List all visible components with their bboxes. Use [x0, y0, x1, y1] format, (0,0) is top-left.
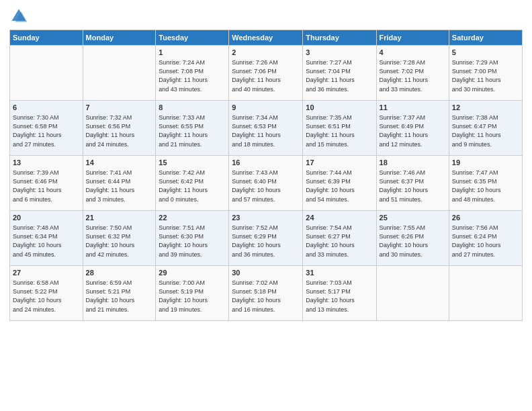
calendar-cell: 20Sunrise: 7:48 AM Sunset: 6:34 PM Dayli…	[10, 211, 83, 266]
day-number: 26	[452, 213, 519, 223]
calendar-cell: 8Sunrise: 7:33 AM Sunset: 6:55 PM Daylig…	[156, 101, 229, 156]
col-header-sunday: Sunday	[10, 30, 83, 46]
day-number: 14	[86, 158, 153, 168]
calendar-cell: 21Sunrise: 7:50 AM Sunset: 6:32 PM Dayli…	[83, 211, 156, 266]
day-number: 11	[380, 103, 446, 113]
day-info: Sunrise: 7:47 AM Sunset: 6:35 PM Dayligh…	[452, 169, 519, 203]
day-info: Sunrise: 7:02 AM Sunset: 5:18 PM Dayligh…	[232, 279, 300, 314]
day-info: Sunrise: 7:33 AM Sunset: 6:55 PM Dayligh…	[159, 113, 226, 148]
week-row-5: 27Sunrise: 6:58 AM Sunset: 5:22 PM Dayli…	[10, 266, 523, 321]
calendar-cell: 2Sunrise: 7:26 AM Sunset: 7:06 PM Daylig…	[229, 46, 303, 101]
calendar-cell: 6Sunrise: 7:30 AM Sunset: 6:58 PM Daylig…	[10, 101, 83, 156]
col-header-tuesday: Tuesday	[156, 30, 229, 46]
week-row-4: 20Sunrise: 7:48 AM Sunset: 6:34 PM Dayli…	[10, 211, 523, 266]
day-number: 5	[452, 48, 519, 58]
day-number: 3	[306, 48, 373, 58]
calendar-cell: 10Sunrise: 7:35 AM Sunset: 6:51 PM Dayli…	[303, 101, 376, 156]
day-number: 21	[86, 213, 153, 223]
day-info: Sunrise: 6:58 AM Sunset: 5:22 PM Dayligh…	[13, 279, 80, 314]
calendar-cell: 16Sunrise: 7:43 AM Sunset: 6:40 PM Dayli…	[229, 156, 303, 211]
day-number: 16	[232, 158, 300, 168]
day-number: 8	[159, 103, 226, 113]
day-info: Sunrise: 7:54 AM Sunset: 6:27 PM Dayligh…	[306, 224, 373, 259]
day-number: 24	[306, 213, 373, 223]
day-info: Sunrise: 7:39 AM Sunset: 6:46 PM Dayligh…	[13, 169, 80, 203]
day-number: 4	[380, 48, 446, 58]
day-info: Sunrise: 7:44 AM Sunset: 6:39 PM Dayligh…	[306, 169, 373, 203]
day-info: Sunrise: 7:50 AM Sunset: 6:32 PM Dayligh…	[86, 224, 153, 259]
day-info: Sunrise: 7:32 AM Sunset: 6:56 PM Dayligh…	[86, 113, 153, 148]
day-info: Sunrise: 7:52 AM Sunset: 6:29 PM Dayligh…	[232, 224, 300, 259]
calendar-cell: 3Sunrise: 7:27 AM Sunset: 7:04 PM Daylig…	[303, 46, 376, 101]
day-number: 18	[380, 158, 446, 168]
week-row-3: 13Sunrise: 7:39 AM Sunset: 6:46 PM Dayli…	[10, 156, 523, 211]
calendar-cell	[10, 46, 83, 101]
calendar-cell	[376, 266, 449, 321]
calendar-cell	[449, 266, 522, 321]
calendar-cell: 12Sunrise: 7:38 AM Sunset: 6:47 PM Dayli…	[449, 101, 522, 156]
header-row: SundayMondayTuesdayWednesdayThursdayFrid…	[10, 30, 523, 46]
day-info: Sunrise: 7:38 AM Sunset: 6:47 PM Dayligh…	[452, 113, 519, 148]
calendar-cell: 14Sunrise: 7:41 AM Sunset: 6:44 PM Dayli…	[83, 156, 156, 211]
calendar-cell: 9Sunrise: 7:34 AM Sunset: 6:53 PM Daylig…	[229, 101, 303, 156]
calendar-header	[9, 7, 523, 26]
calendar-cell: 13Sunrise: 7:39 AM Sunset: 6:46 PM Dayli…	[10, 156, 83, 211]
day-number: 27	[13, 268, 80, 278]
day-info: Sunrise: 7:42 AM Sunset: 6:42 PM Dayligh…	[159, 169, 226, 203]
day-info: Sunrise: 7:41 AM Sunset: 6:44 PM Dayligh…	[86, 169, 153, 203]
calendar-cell: 26Sunrise: 7:56 AM Sunset: 6:24 PM Dayli…	[449, 211, 522, 266]
day-info: Sunrise: 7:24 AM Sunset: 7:08 PM Dayligh…	[159, 58, 226, 93]
day-number: 15	[159, 158, 226, 168]
calendar-cell: 23Sunrise: 7:52 AM Sunset: 6:29 PM Dayli…	[229, 211, 303, 266]
calendar-cell: 27Sunrise: 6:58 AM Sunset: 5:22 PM Dayli…	[10, 266, 83, 321]
calendar-cell: 4Sunrise: 7:28 AM Sunset: 7:02 PM Daylig…	[376, 46, 449, 101]
calendar-container: SundayMondayTuesdayWednesdayThursdayFrid…	[0, 0, 532, 411]
day-number: 29	[159, 268, 226, 278]
calendar-cell: 5Sunrise: 7:29 AM Sunset: 7:00 PM Daylig…	[449, 46, 522, 101]
calendar-cell	[83, 46, 156, 101]
day-info: Sunrise: 7:46 AM Sunset: 6:37 PM Dayligh…	[380, 169, 446, 203]
calendar-cell: 29Sunrise: 7:00 AM Sunset: 5:19 PM Dayli…	[156, 266, 229, 321]
day-number: 12	[452, 103, 519, 113]
day-info: Sunrise: 7:34 AM Sunset: 6:53 PM Dayligh…	[232, 113, 300, 148]
day-info: Sunrise: 7:27 AM Sunset: 7:04 PM Dayligh…	[306, 58, 373, 93]
day-info: Sunrise: 7:35 AM Sunset: 6:51 PM Dayligh…	[306, 113, 373, 148]
day-number: 10	[306, 103, 373, 113]
day-number: 19	[452, 158, 519, 168]
day-info: Sunrise: 7:55 AM Sunset: 6:26 PM Dayligh…	[380, 224, 446, 259]
calendar-cell: 28Sunrise: 6:59 AM Sunset: 5:21 PM Dayli…	[83, 266, 156, 321]
calendar-cell: 31Sunrise: 7:03 AM Sunset: 5:17 PM Dayli…	[303, 266, 376, 321]
day-number: 7	[86, 103, 153, 113]
day-number: 28	[86, 268, 153, 278]
col-header-saturday: Saturday	[449, 30, 522, 46]
col-header-friday: Friday	[376, 30, 449, 46]
col-header-wednesday: Wednesday	[229, 30, 303, 46]
calendar-cell: 17Sunrise: 7:44 AM Sunset: 6:39 PM Dayli…	[303, 156, 376, 211]
day-info: Sunrise: 7:43 AM Sunset: 6:40 PM Dayligh…	[232, 169, 300, 203]
col-header-monday: Monday	[83, 30, 156, 46]
calendar-table: SundayMondayTuesdayWednesdayThursdayFrid…	[9, 30, 523, 321]
day-info: Sunrise: 6:59 AM Sunset: 5:21 PM Dayligh…	[86, 279, 153, 314]
day-info: Sunrise: 7:56 AM Sunset: 6:24 PM Dayligh…	[452, 224, 519, 259]
week-row-2: 6Sunrise: 7:30 AM Sunset: 6:58 PM Daylig…	[10, 101, 523, 156]
day-number: 13	[13, 158, 80, 168]
day-info: Sunrise: 7:30 AM Sunset: 6:58 PM Dayligh…	[13, 113, 80, 148]
day-number: 17	[306, 158, 373, 168]
day-number: 9	[232, 103, 300, 113]
day-number: 23	[232, 213, 300, 223]
calendar-tbody: 1Sunrise: 7:24 AM Sunset: 7:08 PM Daylig…	[10, 46, 523, 321]
calendar-cell: 15Sunrise: 7:42 AM Sunset: 6:42 PM Dayli…	[156, 156, 229, 211]
day-info: Sunrise: 7:03 AM Sunset: 5:17 PM Dayligh…	[306, 279, 373, 314]
calendar-cell: 22Sunrise: 7:51 AM Sunset: 6:30 PM Dayli…	[156, 211, 229, 266]
logo-icon	[9, 7, 28, 26]
calendar-cell: 19Sunrise: 7:47 AM Sunset: 6:35 PM Dayli…	[449, 156, 522, 211]
calendar-cell: 25Sunrise: 7:55 AM Sunset: 6:26 PM Dayli…	[376, 211, 449, 266]
col-header-thursday: Thursday	[303, 30, 376, 46]
day-number: 20	[13, 213, 80, 223]
day-info: Sunrise: 7:48 AM Sunset: 6:34 PM Dayligh…	[13, 224, 80, 259]
day-number: 2	[232, 48, 300, 58]
calendar-cell: 1Sunrise: 7:24 AM Sunset: 7:08 PM Daylig…	[156, 46, 229, 101]
calendar-cell: 24Sunrise: 7:54 AM Sunset: 6:27 PM Dayli…	[303, 211, 376, 266]
day-info: Sunrise: 7:26 AM Sunset: 7:06 PM Dayligh…	[232, 58, 300, 93]
logo	[9, 7, 31, 26]
